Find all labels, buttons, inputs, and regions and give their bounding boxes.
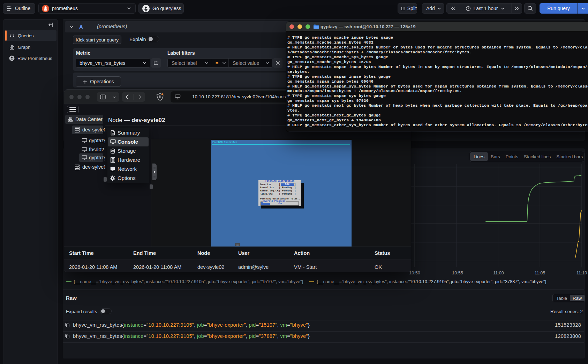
svg-text:11:10: 11:10 bbox=[576, 271, 587, 275]
svg-text:10:55: 10:55 bbox=[452, 271, 463, 275]
svg-text:11:00: 11:00 bbox=[493, 271, 504, 275]
svg-text:10:50: 10:50 bbox=[409, 271, 420, 275]
svg-text:11:05: 11:05 bbox=[535, 271, 545, 275]
